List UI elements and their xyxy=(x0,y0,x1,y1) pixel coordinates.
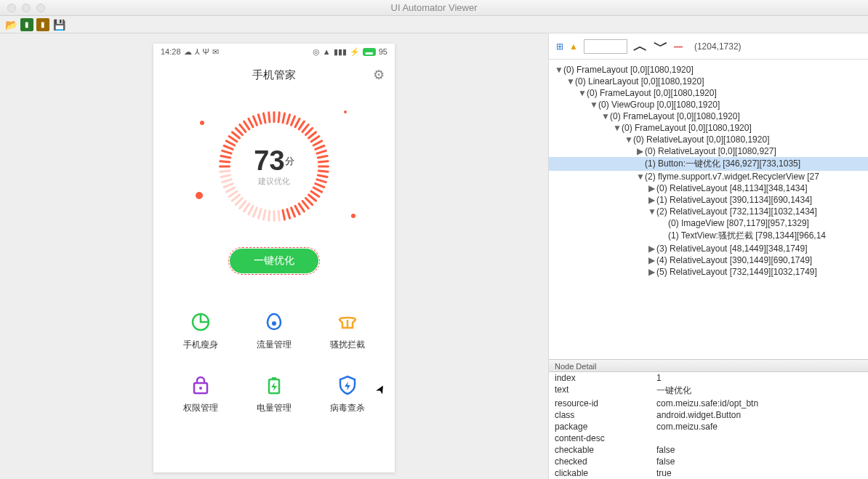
feature-battery[interactable]: 电量管理 xyxy=(237,374,310,414)
detail-row: checkedfalse xyxy=(549,456,868,467)
toolbar: 📂 ▮ ▮ 💾 xyxy=(0,16,868,33)
next-node-icon[interactable]: ﹀ xyxy=(654,36,668,56)
charge-icon: ⚡ xyxy=(350,47,360,57)
svg-rect-46 xyxy=(281,209,286,221)
device-screenshot-icon[interactable]: ▮ xyxy=(20,18,33,31)
svg-rect-19 xyxy=(286,113,292,125)
tree-node[interactable]: ▼(0) ViewGroup [0,0][1080,1920] xyxy=(549,99,868,110)
detail-row: clickabletrue xyxy=(549,467,868,479)
mail-icon: ✉ xyxy=(212,47,219,57)
svg-rect-61 xyxy=(221,178,233,184)
device-dump-icon[interactable]: ▮ xyxy=(36,18,49,31)
feature-label: 权限管理 xyxy=(183,402,218,414)
app-header: 手机管家 ⚙ xyxy=(153,60,395,90)
tree-node[interactable]: ▼(0) LinearLayout [0,0][1080,1920] xyxy=(549,76,868,87)
score-unit: 分 xyxy=(285,156,294,166)
svg-rect-3 xyxy=(221,150,233,156)
tree-node[interactable]: ▶(5) RelativeLayout [732,1449][1032,1749… xyxy=(549,266,868,278)
battery-pct: 95 xyxy=(379,47,387,56)
svg-rect-47 xyxy=(277,210,281,222)
feature-phone-slim[interactable]: 手机瘦身 xyxy=(164,311,237,351)
tree-node[interactable]: ▼(0) FrameLayout [0,0][1080,1920] xyxy=(549,122,868,134)
optimize-button[interactable]: 一键优化 xyxy=(230,249,318,273)
feature-virus[interactable]: 病毒查杀 xyxy=(311,374,385,414)
svg-rect-2 xyxy=(220,155,231,159)
tree-node[interactable]: ▼(0) FrameLayout [0,0][1080,1920] xyxy=(549,87,868,99)
svg-rect-34 xyxy=(317,174,329,178)
tree-node[interactable]: (1) TextView:骚扰拦截 [798,1344][966,14 xyxy=(549,229,868,243)
pointer-coords: (1204,1732) xyxy=(694,41,742,52)
svg-rect-0 xyxy=(219,166,230,168)
wifi-icon: ▲ xyxy=(323,47,331,56)
tree-node[interactable]: ▶(0) RelativeLayout [48,1134][348,1434] xyxy=(549,182,868,194)
feature-block[interactable]: 骚扰拦截 xyxy=(311,311,385,351)
detail-row: content-desc xyxy=(549,432,868,444)
titlebar: UI Automator Viewer xyxy=(0,0,868,16)
search-input[interactable] xyxy=(584,39,627,54)
tree-node[interactable]: ▼(2) flyme.support.v7.widget.RecyclerVie… xyxy=(549,171,868,182)
svg-rect-70 xyxy=(272,377,276,379)
perm-icon xyxy=(190,374,212,396)
feature-label: 病毒查杀 xyxy=(330,402,365,414)
tree-node[interactable]: ▶(3) RelativeLayout [48,1449][348,1749] xyxy=(549,243,868,254)
cloud-icon: ☁ xyxy=(184,47,192,57)
save-icon[interactable]: 💾 xyxy=(52,18,65,31)
feature-label: 骚扰拦截 xyxy=(330,339,365,351)
app-title: 手机管家 xyxy=(252,68,296,82)
hierarchy-tree[interactable]: ▼(0) FrameLayout [0,0][1080,1920]▼(0) Li… xyxy=(549,60,868,359)
tree-node[interactable]: ▼(0) FrameLayout [0,0][1080,1920] xyxy=(549,110,868,122)
tree-controls: ⊞ ▲ ︿ ﹀ — (1204,1732) xyxy=(549,33,868,60)
share-icon: ⅄ xyxy=(195,47,200,57)
battery-icon xyxy=(263,374,285,396)
svg-rect-15 xyxy=(268,111,271,123)
svg-rect-33 xyxy=(318,169,329,173)
svg-point-68 xyxy=(199,387,202,390)
tree-node[interactable]: ▶(4) RelativeLayout [390,1449][690,1749] xyxy=(549,254,868,266)
svg-rect-30 xyxy=(317,155,329,159)
usb-icon: Ψ xyxy=(203,47,209,56)
gear-icon[interactable]: ⚙ xyxy=(373,67,385,83)
tree-node[interactable]: ▼(0) RelativeLayout [0,0][1080,1920] xyxy=(549,134,868,145)
prev-node-icon[interactable]: ︿ xyxy=(633,36,648,56)
svg-rect-14 xyxy=(262,112,267,124)
feature-perm[interactable]: 权限管理 xyxy=(164,374,237,414)
detail-row: checkablefalse xyxy=(549,444,868,456)
remove-icon[interactable]: — xyxy=(674,41,683,52)
status-bar: 14:28 ☁ ⅄ Ψ ✉ ◎ ▲ ▮▮▮ ⚡ ▬ 95 xyxy=(153,44,395,60)
data-mgmt-icon xyxy=(263,311,285,333)
svg-rect-45 xyxy=(286,208,292,220)
svg-point-65 xyxy=(272,321,276,326)
tree-node[interactable]: ▶(0) RelativeLayout [0,0][1080,927] xyxy=(549,145,868,157)
feature-label: 电量管理 xyxy=(257,402,292,414)
feature-label: 流量管理 xyxy=(257,339,292,351)
block-icon xyxy=(337,311,358,333)
signal-icon: ▮▮▮ xyxy=(334,47,347,57)
svg-rect-48 xyxy=(273,210,276,222)
expand-all-icon[interactable]: ⊞ xyxy=(556,41,563,52)
score-dial: 73分 建议优化 xyxy=(153,90,395,243)
tree-node[interactable]: ▼(2) RelativeLayout [732,1134][1032,1434… xyxy=(549,206,868,217)
detail-row: classandroid.widget.Button xyxy=(549,409,868,421)
svg-rect-16 xyxy=(273,111,276,123)
detail-row: index1 xyxy=(549,372,868,384)
svg-rect-49 xyxy=(268,210,271,222)
detail-row: resource-idcom.meizu.safe:id/opt_btn xyxy=(549,398,868,409)
screenshot-pane: 14:28 ☁ ⅄ Ψ ✉ ◎ ▲ ▮▮▮ ⚡ ▬ 95 手机管家 ⚙ xyxy=(0,33,548,479)
svg-rect-18 xyxy=(281,112,286,124)
tree-node[interactable]: (0) ImageView [807,1179][957,1329] xyxy=(549,217,868,229)
device-screenshot[interactable]: 14:28 ☁ ⅄ Ψ ✉ ◎ ▲ ▮▮▮ ⚡ ▬ 95 手机管家 ⚙ xyxy=(153,44,395,472)
feature-data-mgmt[interactable]: 流量管理 xyxy=(237,311,310,351)
warning-icon[interactable]: ▲ xyxy=(569,41,578,52)
tree-node[interactable]: ▶(1) RelativeLayout [390,1134][690,1434] xyxy=(549,194,868,206)
svg-rect-35 xyxy=(316,178,327,184)
score-subtitle: 建议优化 xyxy=(254,176,294,187)
feature-grid: 手机瘦身流量管理骚扰拦截权限管理电量管理病毒查杀 xyxy=(153,291,395,414)
tree-node[interactable]: (1) Button:一键优化 [346,927][733,1035] xyxy=(549,157,868,171)
tree-node[interactable]: ▼(0) FrameLayout [0,0][1080,1920] xyxy=(549,64,868,76)
svg-rect-50 xyxy=(262,209,267,221)
svg-rect-17 xyxy=(277,111,281,123)
phone-slim-icon xyxy=(190,311,212,333)
svg-rect-62 xyxy=(220,174,231,178)
svg-rect-1 xyxy=(219,160,230,164)
open-folder-icon[interactable]: 📂 xyxy=(4,18,17,31)
